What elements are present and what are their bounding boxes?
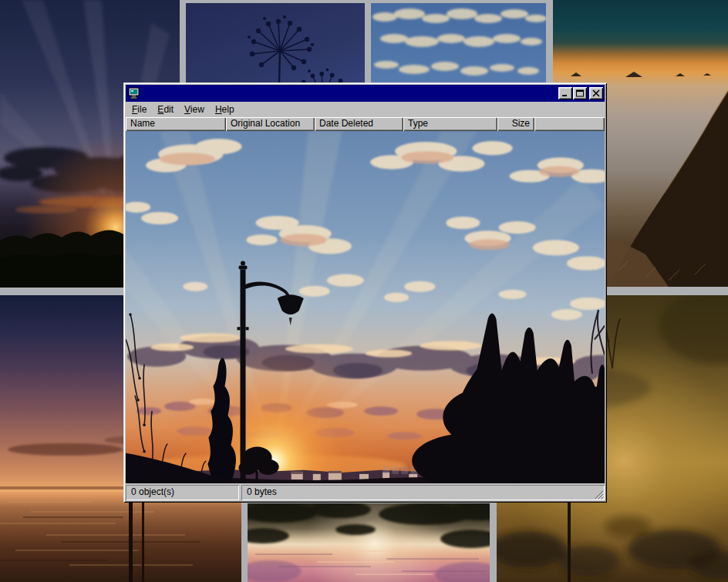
column-header-date-deleted[interactable]: Date Deleted: [315, 117, 403, 131]
close-button[interactable]: [589, 87, 603, 99]
status-bar: 0 object(s) 0 bytes: [126, 485, 605, 500]
menu-edit[interactable]: Edit: [152, 103, 179, 116]
desktop: File Edit View Help Name Original Locati…: [0, 0, 728, 582]
recycle-bin-window: File Edit View Help Name Original Locati…: [123, 82, 607, 503]
maximize-icon: [575, 89, 585, 97]
close-icon: [592, 89, 601, 97]
file-list-view[interactable]: [126, 131, 605, 483]
maximize-button[interactable]: [573, 87, 587, 99]
column-header-type[interactable]: Type: [403, 117, 497, 131]
window-titlebar[interactable]: [126, 85, 605, 102]
computer-icon: [128, 87, 140, 99]
menu-bar: File Edit View Help: [126, 102, 605, 117]
wallpaper-photo-water-reflection: [248, 503, 490, 582]
column-header-blank: [534, 117, 605, 131]
column-header-original-location[interactable]: Original Location: [226, 117, 315, 131]
menu-file[interactable]: File: [126, 103, 152, 116]
menu-help[interactable]: Help: [210, 103, 240, 116]
resize-grip[interactable]: [594, 489, 604, 500]
column-header-size[interactable]: Size: [497, 117, 534, 131]
status-object-count: 0 object(s): [126, 485, 239, 500]
minimize-button[interactable]: [558, 87, 572, 99]
column-headers: Name Original Location Date Deleted Type…: [126, 117, 605, 131]
menu-view[interactable]: View: [179, 103, 210, 116]
minimize-icon: [561, 89, 570, 97]
sunset-streetlamp-photo: [126, 131, 605, 483]
column-header-name[interactable]: Name: [126, 117, 226, 131]
status-byte-count: 0 bytes: [241, 485, 605, 500]
